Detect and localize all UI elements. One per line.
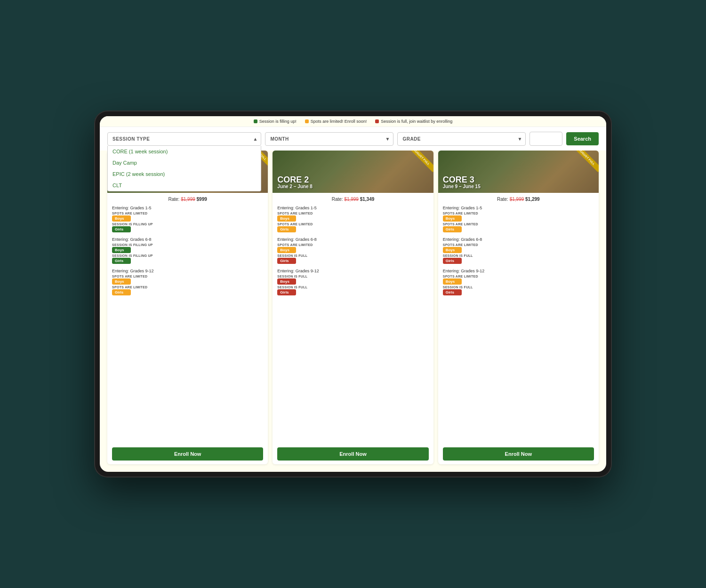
legend-full: Session is full, join waitlist by enroll…: [375, 119, 452, 124]
session-type-select[interactable]: SESSION TYPE: [107, 132, 261, 146]
rate-current: $999: [197, 197, 207, 202]
avail-bar: Boys: [277, 278, 296, 285]
corner-badge: AUGUST FULL: [410, 151, 433, 174]
grade-section: Entering: Grades 1-5 SPOTS ARE LIMITED B…: [112, 206, 263, 233]
avail-bar: Boys: [277, 215, 296, 222]
avail-bar: Boys: [112, 278, 131, 285]
rate-original: $1,999: [344, 197, 359, 202]
avail-status-label: SPOTS ARE LIMITED: [112, 286, 263, 289]
menu-item-daycamp[interactable]: Day Camp: [108, 157, 261, 168]
legend-bar: Session is filling up! Spots are limited…: [100, 116, 606, 127]
menu-item-clt[interactable]: CLT: [108, 180, 261, 191]
avail-status-label: SESSION IS FULL: [277, 286, 428, 289]
card-title: CORE 2: [277, 175, 312, 184]
avail-block: SPOTS ARE LIMITED Boys: [443, 243, 594, 253]
avail-bar: Girls: [277, 289, 296, 295]
enroll-button[interactable]: Enroll Now: [277, 447, 428, 461]
grade-section: Entering: Grades 6-8 SESSION IS FILLING …: [112, 237, 263, 265]
session-type-dropdown[interactable]: SESSION TYPE ▲ CORE (1 week session) Day…: [107, 132, 261, 146]
avail-bar: Girls: [112, 226, 131, 232]
grade-section: Entering: Grades 1-5 SPOTS ARE LIMITED B…: [443, 206, 594, 233]
avail-status-label: SESSION IS FULL: [277, 275, 428, 278]
card-body: Rate: $1,999 $1,349 Entering: Grades 1-5…: [273, 193, 433, 464]
grade-section: Entering: Grades 9-12 SPOTS ARE LIMITED …: [112, 269, 263, 296]
rate-line: Rate: $1,999 $1,349: [277, 197, 428, 202]
avail-block: SESSION IS FULL Boys: [277, 275, 428, 285]
avail-bar: Boys: [443, 278, 462, 285]
grade-dropdown[interactable]: GRADE ▼: [397, 132, 526, 146]
grade-section: Entering: Grades 9-12 SPOTS ARE LIMITED …: [443, 269, 594, 296]
grade-label: Entering: Grades 1-5: [443, 206, 594, 210]
avail-status-label: SESSION IS FILLING UP: [112, 243, 263, 246]
avail-bar: Girls: [443, 226, 462, 232]
grade-section: Entering: Grades 9-12 SESSION IS FULL Bo…: [277, 269, 428, 296]
grade-section: Entering: Grades 6-8 SPOTS ARE LIMITED B…: [277, 237, 428, 265]
avail-block: SPOTS ARE LIMITED Girls: [443, 222, 594, 232]
avail-block: SPOTS ARE LIMITED Boys: [277, 243, 428, 253]
avail-block: SESSION IS FILLING UP Girls: [112, 222, 263, 232]
month-dropdown[interactable]: MONTH ▼: [265, 132, 393, 146]
card-image: AUGUST FULL CORE 2 June 2 – June 8: [273, 151, 433, 193]
session-card-core3: AUGUST FULL CORE 3 June 9 – June 15 Rate…: [438, 151, 599, 464]
avail-status-label: SPOTS ARE LIMITED: [277, 243, 428, 246]
rate-current: $1,349: [360, 197, 375, 202]
enroll-button[interactable]: Enroll Now: [112, 447, 263, 461]
legend-full-label: Session is full, join waitlist by enroll…: [381, 119, 452, 124]
avail-status-label: SPOTS ARE LIMITED: [277, 222, 428, 226]
rate-current: $1,299: [525, 197, 540, 202]
legend-limited: Spots are limited! Enroll soon!: [305, 119, 367, 124]
search-input[interactable]: [530, 132, 562, 146]
grade-select[interactable]: GRADE: [397, 132, 526, 146]
card-body: Rate: $1,999 $999 Entering: Grades 1-5 S…: [107, 193, 268, 464]
page-container: Session is filling up! Spots are limited…: [94, 111, 612, 477]
avail-status-label: SESSION IS FULL: [443, 254, 594, 257]
avail-status-label: SPOTS ARE LIMITED: [443, 212, 594, 215]
legend-limited-label: Spots are limited! Enroll soon!: [311, 119, 367, 124]
grade-label: Entering: Grades 6-8: [443, 237, 594, 242]
avail-bar: Boys: [277, 247, 296, 253]
legend-filling-label: Session is filling up!: [259, 119, 297, 124]
rate-original: $1,999: [181, 197, 195, 202]
session-type-menu: CORE (1 week session) Day Camp EPIC (2 w…: [107, 146, 261, 191]
corner-badge-label: AUGUST FULL: [410, 151, 433, 172]
avail-block: SESSION IS FILLING UP Girls: [112, 254, 263, 264]
avail-bar: Girls: [277, 226, 296, 232]
avail-status-label: SPOTS ARE LIMITED: [112, 275, 263, 278]
avail-block: SESSION IS FULL Girls: [443, 286, 594, 295]
session-card-core2: AUGUST FULL CORE 2 June 2 – June 8 Rate:…: [273, 151, 433, 464]
grade-section: Entering: Grades 6-8 SPOTS ARE LIMITED B…: [443, 237, 594, 265]
legend-filling-up: Session is filling up!: [254, 119, 297, 124]
avail-block: SPOTS ARE LIMITED Girls: [112, 286, 263, 295]
rate-line: Rate: $1,999 $999: [112, 197, 263, 202]
grade-label: Entering: Grades 9-12: [277, 269, 428, 273]
card-image: AUGUST FULL CORE 3 June 9 – June 15: [438, 151, 599, 193]
menu-item-epic[interactable]: EPIC (2 week session): [108, 168, 261, 180]
grade-label: Entering: Grades 1-5: [277, 206, 428, 210]
avail-block: SPOTS ARE LIMITED Boys: [112, 212, 263, 222]
avail-status-label: SPOTS ARE LIMITED: [443, 222, 594, 226]
avail-status-label: SPOTS ARE LIMITED: [443, 275, 594, 278]
avail-status-label: SESSION IS FULL: [277, 254, 428, 257]
search-button[interactable]: Search: [566, 132, 599, 145]
grade-label: Entering: Grades 9-12: [443, 269, 594, 273]
avail-bar: Girls: [443, 258, 462, 264]
avail-status-label: SPOTS ARE LIMITED: [443, 243, 594, 246]
avail-bar: Boys: [443, 215, 462, 222]
avail-block: SESSION IS FULL Girls: [277, 286, 428, 295]
grade-label: Entering: Grades 6-8: [277, 237, 428, 242]
avail-bar: Boys: [112, 247, 131, 253]
enroll-button[interactable]: Enroll Now: [443, 447, 594, 461]
avail-block: SESSION IS FULL Girls: [277, 254, 428, 264]
legend-filling-dot: [254, 119, 257, 123]
avail-block: SPOTS ARE LIMITED Girls: [277, 222, 428, 232]
menu-item-core[interactable]: CORE (1 week session): [108, 146, 261, 157]
card-title: CORE 3: [443, 175, 481, 184]
grade-section: Entering: Grades 1-5 SPOTS ARE LIMITED B…: [277, 206, 428, 233]
grade-label: Entering: Grades 1-5: [112, 206, 263, 210]
legend-full-dot: [375, 119, 379, 123]
legend-limited-dot: [305, 119, 309, 123]
month-select[interactable]: MONTH: [265, 132, 393, 146]
filters-row: SESSION TYPE ▲ CORE (1 week session) Day…: [100, 127, 606, 151]
grade-label: Entering: Grades 9-12: [112, 269, 263, 273]
card-dates: June 2 – June 8: [277, 184, 312, 189]
